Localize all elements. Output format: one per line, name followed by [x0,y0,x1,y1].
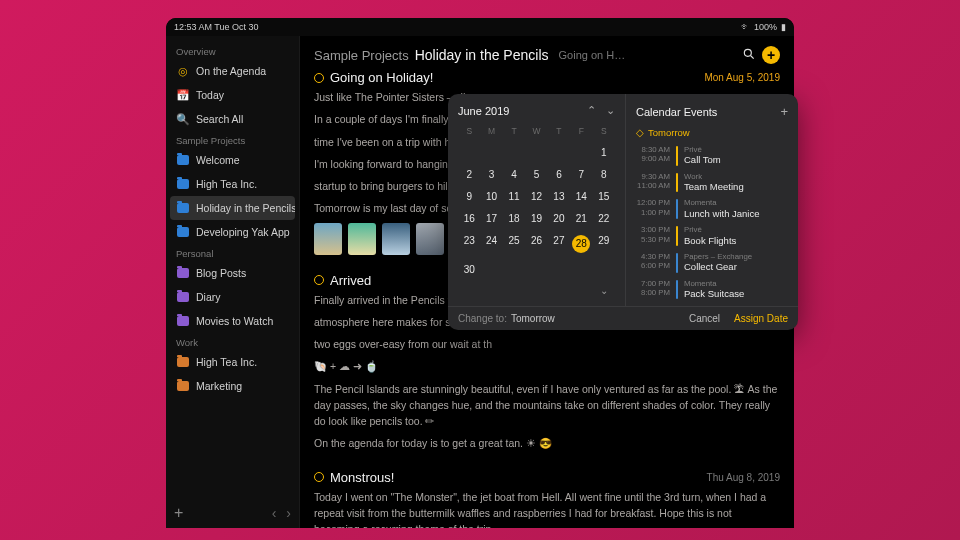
event-title: Pack Suitcase [684,288,788,299]
calendar-day[interactable]: 14 [570,186,592,208]
calendar-day[interactable]: 2 [458,164,480,186]
calendar-day[interactable]: 20 [548,208,570,230]
event-title: Collect Gear [684,261,788,272]
breadcrumb[interactable]: Sample Projects [314,48,409,63]
events-pane: Calendar Events + ◇ Tomorrow 8:30 AM9:00… [626,94,798,306]
folder-icon [176,355,190,369]
calendar-day[interactable]: 15 [593,186,615,208]
event-row[interactable]: 4:30 PM6:00 PMPapers – ExchangeCollect G… [636,249,788,276]
sidebar-item[interactable]: Diary [166,285,299,309]
add-event-icon[interactable]: + [780,104,788,119]
calendar-day[interactable]: 28 [570,230,592,259]
entry-title[interactable]: Going on Holiday! [330,70,433,85]
calendar-day[interactable]: 21 [570,208,592,230]
event-row[interactable]: 7:00 PM8:00 PMMomentaPack Suitcase [636,276,788,303]
sidebar-item[interactable]: High Tea Inc. [166,172,299,196]
calendar-empty: . [525,259,547,281]
sidebar-item[interactable]: Welcome [166,148,299,172]
calendar-prev-icon[interactable]: ⌃ [587,104,596,117]
change-to-value[interactable]: Tomorrow [511,313,555,324]
assign-date-button[interactable]: Assign Date [734,313,788,324]
folder-icon [176,153,190,167]
sidebar-item[interactable]: Blog Posts [166,261,299,285]
sidebar-item[interactable]: Marketing [166,374,299,398]
calendar-day[interactable]: 25 [503,230,525,259]
image-thumbnail[interactable] [416,223,444,255]
sidebar-item[interactable]: 📅Today [166,83,299,107]
calendar-day[interactable]: 19 [525,208,547,230]
event-row[interactable]: 12:00 PM1:00 PMMomentaLunch with Janice [636,195,788,222]
add-button[interactable]: + [762,46,780,64]
wifi-icon: ᯤ [741,22,750,32]
calendar-more-icon[interactable]: ⌄ [593,280,615,302]
folder-icon [176,177,190,191]
event-row[interactable]: 3:00 PM5:30 PMPrivéBook Flights [636,222,788,249]
folder-icon [176,201,190,215]
calendar-day[interactable]: 16 [458,208,480,230]
sidebar-add-button[interactable]: + [174,504,183,522]
entry-text: Today I went on "The Monster", the jet b… [314,489,780,528]
event-category: Momenta [684,198,788,207]
calendar-day[interactable]: 9 [458,186,480,208]
events-heading: Calendar Events [636,106,717,118]
sidebar-item-label: Marketing [196,380,242,392]
nav-back-icon[interactable]: ‹ [272,505,277,521]
sidebar-item[interactable]: ◎On the Agenda [166,59,299,83]
image-thumbnail[interactable] [348,223,376,255]
calendar-day[interactable]: 22 [593,208,615,230]
svg-line-1 [751,55,754,58]
calendar-day[interactable]: 27 [548,230,570,259]
entry-date[interactable]: Mon Aug 5, 2019 [704,72,780,83]
calendar-day[interactable]: 24 [480,230,502,259]
event-time: 8:30 AM9:00 AM [636,145,670,164]
entry-date[interactable]: Thu Aug 8, 2019 [707,472,780,483]
calendar-empty: . [503,142,525,164]
event-title: Book Flights [684,235,788,246]
sidebar-item[interactable]: Holiday in the Pencils [170,196,295,220]
folder-icon [176,225,190,239]
calendar-dow: W [525,123,547,142]
calendar-next-icon[interactable]: ⌄ [606,104,615,117]
sidebar-item[interactable]: 🔍Search All [166,107,299,131]
image-thumbnail[interactable] [382,223,410,255]
image-thumbnail[interactable] [314,223,342,255]
calendar-day[interactable]: 13 [548,186,570,208]
calendar-day[interactable]: 5 [525,164,547,186]
search-icon[interactable] [742,47,756,64]
calendar-day[interactable]: 8 [593,164,615,186]
calendar-day[interactable]: 6 [548,164,570,186]
nav-forward-icon[interactable]: › [286,505,291,521]
calendar-day[interactable]: 4 [503,164,525,186]
cancel-button[interactable]: Cancel [689,313,720,324]
calendar-day[interactable]: 30 [458,259,480,281]
event-row[interactable]: 8:30 AM9:00 AMPrivéCall Tom [636,142,788,169]
battery-label: 100% [754,22,777,32]
sidebar-item[interactable]: Developing Yak App [166,220,299,244]
sidebar-item-label: Diary [196,291,221,303]
current-tab[interactable]: Going on Holi… [559,49,629,61]
calendar-day[interactable]: 1 [593,142,615,164]
calendar-day[interactable]: 26 [525,230,547,259]
event-time: 7:00 PM8:00 PM [636,279,670,298]
calendar-day[interactable]: 3 [480,164,502,186]
entry-title[interactable]: Monstrous! [330,470,394,485]
calendar-day[interactable]: 11 [503,186,525,208]
calendar-day[interactable]: 7 [570,164,592,186]
entry-title[interactable]: Arrived [330,273,371,288]
calendar-empty: . [548,142,570,164]
calendar-day[interactable]: 12 [525,186,547,208]
sidebar-item[interactable]: High Tea Inc. [166,350,299,374]
entry-text: On the agenda for today is to get a grea… [314,435,780,451]
sidebar-item[interactable]: Movies to Watch [166,309,299,333]
calendar-day[interactable]: 17 [480,208,502,230]
calendar-day[interactable]: 10 [480,186,502,208]
calendar-day[interactable]: 29 [593,230,615,259]
calendar-day[interactable]: 23 [458,230,480,259]
change-to-label: Change to: [458,313,507,324]
calendar-dow: S [593,123,615,142]
event-time: 9:30 AM11:00 AM [636,172,670,191]
calendar-empty: . [525,142,547,164]
event-time: 3:00 PM5:30 PM [636,225,670,244]
event-row[interactable]: 9:30 AM11:00 AMWorkTeam Meeting [636,169,788,196]
calendar-day[interactable]: 18 [503,208,525,230]
